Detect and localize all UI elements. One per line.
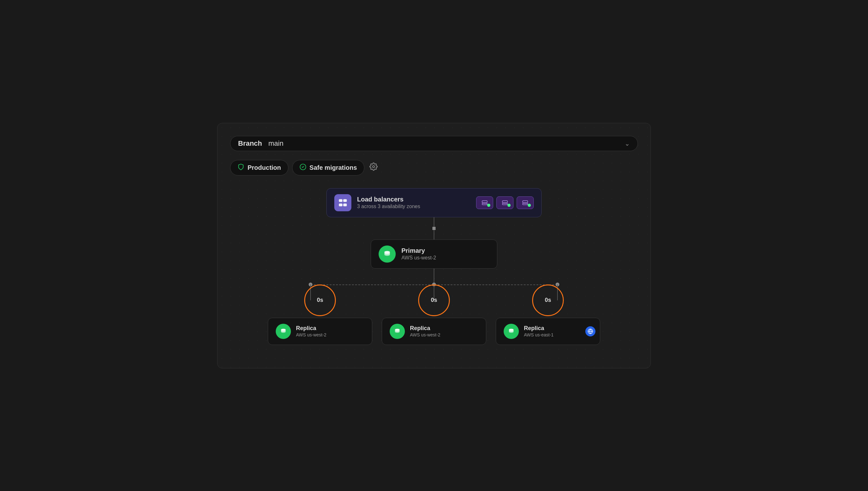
replica-subtitle-3: AWS us-east-1 [524,332,554,337]
globe-icon [588,328,593,334]
connector-line-top [434,217,434,227]
load-balancer-title: Load balancers [357,196,470,203]
svg-rect-4 [339,203,342,206]
replica-card-2[interactable]: Replica AWS us-west-2 [382,318,486,345]
load-balancer-icon [334,194,351,211]
replica-subtitle-1: AWS us-west-2 [296,332,327,337]
load-balancer-info: Load balancers 3 across 3 availability z… [357,196,470,209]
app-container: Branch main ⌄ Production Safe migrations [217,123,651,368]
safe-migrations-label: Safe migrations [310,164,357,171]
svg-rect-5 [343,203,347,206]
production-pill[interactable]: Production [230,160,288,175]
status-row: Production Safe migrations [230,160,638,175]
replica-card-3[interactable]: Replica AWS us-east-1 [496,318,600,345]
latency-circle-3: 0s [532,285,564,316]
replica-card-1[interactable]: Replica AWS us-west-2 [268,318,372,345]
check-circle-icon [300,164,306,172]
replica-db-icon-1 [276,324,291,339]
svg-rect-8 [502,201,507,202]
lb-to-primary-connector [432,217,436,239]
latency-circle-2: 0s [418,285,450,316]
replica-info-3: Replica AWS us-east-1 [524,325,554,337]
infrastructure-diagram: Load balancers 3 across 3 availability z… [230,188,638,345]
lb-server-1[interactable] [476,196,493,209]
v-connector-from-primary [434,269,434,285]
primary-info: Primary AWS us-west-2 [401,247,436,261]
branch-label: Branch [238,139,262,148]
replica-stack-icon [280,328,287,335]
replica-wrapper-1: 0s Replica AWS us-west-2 [268,300,372,345]
primary-title: Primary [401,247,436,254]
safe-migrations-pill[interactable]: Safe migrations [292,160,364,175]
lb-server-2[interactable] [496,196,514,209]
replica-stack-icon-2 [394,328,401,335]
replica-db-icon-3 [504,324,519,339]
replica-stack-icon-3 [508,328,515,335]
lb-svg-icon [338,198,348,207]
svg-rect-6 [482,201,487,202]
shield-icon [238,164,244,172]
primary-card[interactable]: Primary AWS us-west-2 [371,239,497,269]
stack-icon [383,250,391,258]
svg-point-1 [372,165,374,168]
replica-info-2: Replica AWS us-west-2 [410,325,440,337]
branch-selector[interactable]: Branch main ⌄ [230,136,638,151]
settings-button[interactable] [368,161,379,174]
replicas-row: 0s Replica AWS us-west-2 [230,300,638,345]
load-balancer-subtitle: 3 across 3 availability zones [357,204,470,209]
replica-subtitle-2: AWS us-west-2 [410,332,440,337]
chevron-down-icon: ⌄ [625,140,630,147]
connector-line-bottom [434,230,434,239]
svg-rect-2 [339,199,342,202]
connector-dot-mid [432,227,436,230]
svg-rect-10 [523,201,528,202]
server-icon [502,200,508,205]
svg-rect-11 [523,203,528,205]
load-balancers-card[interactable]: Load balancers 3 across 3 availability z… [327,188,541,217]
replica-db-icon-2 [390,324,405,339]
globe-badge [585,326,595,337]
replica-wrapper-2: 0s Replica AWS us-west-2 [382,300,486,345]
svg-rect-9 [502,203,507,205]
load-balancer-servers [476,196,534,209]
replica-title-3: Replica [524,325,554,332]
primary-subtitle: AWS us-west-2 [401,255,436,261]
replica-title-1: Replica [296,325,327,332]
gear-icon [369,163,378,171]
server-icon [522,200,528,205]
latency-circle-1: 0s [304,285,336,316]
primary-db-icon [379,246,396,263]
branch-value: main [269,139,625,148]
svg-rect-3 [343,199,347,202]
replica-title-2: Replica [410,325,440,332]
server-icon [482,200,488,205]
production-label: Production [248,164,281,171]
replica-wrapper-3: 0s Replica AWS us-east-1 [496,300,600,345]
lb-server-3[interactable] [517,196,534,209]
replica-info-1: Replica AWS us-west-2 [296,325,327,337]
svg-rect-7 [482,203,487,205]
